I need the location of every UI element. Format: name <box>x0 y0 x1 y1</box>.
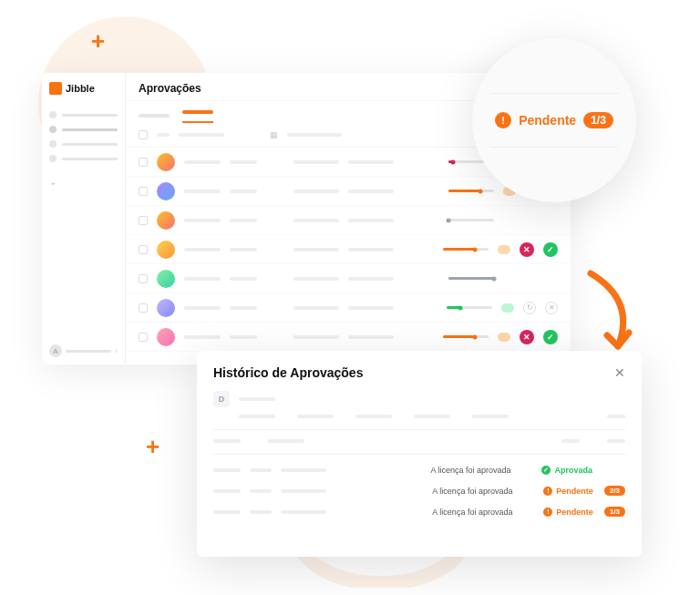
history-message: A licença foi aprovada <box>430 466 530 475</box>
cell <box>230 306 257 310</box>
cell <box>293 335 339 339</box>
reject-button[interactable]: ✕ <box>520 330 534 344</box>
user-avatar <box>157 270 175 288</box>
status-label: Pendente <box>519 113 576 128</box>
reject-button[interactable]: ✕ <box>520 242 534 257</box>
plus-icon: + <box>146 433 160 461</box>
status-badge <box>501 303 514 313</box>
cell <box>348 335 394 339</box>
row-checkbox[interactable] <box>139 245 148 254</box>
brand-logo[interactable]: Jibble <box>49 82 118 95</box>
cell <box>230 160 257 164</box>
status-badge: ! Pendente <box>543 508 593 517</box>
user-avatar <box>157 299 175 317</box>
row-checkbox[interactable] <box>139 333 148 342</box>
cell <box>348 248 394 251</box>
approve-button[interactable]: ✓ <box>543 242 558 257</box>
status-count-badge: 1/3 <box>604 507 625 517</box>
cell <box>184 160 221 164</box>
cell <box>293 160 339 164</box>
row-checkbox[interactable] <box>139 216 148 225</box>
table-row[interactable]: ✕✓ <box>126 323 571 352</box>
history-row: A licença foi aprovada ! Pendente 2/3 <box>213 480 625 501</box>
brand-name: Jibble <box>66 83 95 94</box>
row-checkbox[interactable] <box>139 274 148 283</box>
cell <box>230 219 257 222</box>
status-badge <box>498 333 510 342</box>
alert-icon: ! <box>495 112 511 128</box>
status-badge <box>498 245 510 254</box>
sidebar-item[interactable] <box>49 137 118 151</box>
status-count-badge: 2/3 <box>604 486 625 496</box>
cell <box>184 248 221 251</box>
progress-slider <box>443 248 489 251</box>
user-avatar: A <box>49 344 62 357</box>
user-avatar <box>157 182 175 200</box>
cell <box>293 190 339 193</box>
cell <box>348 277 394 281</box>
column-header <box>179 133 224 137</box>
row-checkbox[interactable] <box>139 303 148 313</box>
sidebar-item[interactable] <box>49 108 118 122</box>
cell <box>348 160 394 164</box>
cell <box>293 306 339 310</box>
user-avatar: D <box>213 391 230 407</box>
status-label: Pendente <box>556 508 593 517</box>
user-avatar <box>157 241 175 259</box>
zoom-callout: ! Pendente 1/3 <box>472 38 636 202</box>
progress-slider <box>448 277 494 280</box>
plus-icon: + <box>91 27 105 56</box>
column-header <box>157 133 170 137</box>
history-list: A licença foi aprovada ✓ Aprovada A lice… <box>213 460 625 522</box>
cell <box>184 190 221 193</box>
approve-button[interactable]: ✓ <box>543 330 558 344</box>
cell <box>230 335 257 339</box>
column-header <box>287 133 342 137</box>
status-badge: ✓ Aprovada <box>541 466 592 475</box>
modal-columns <box>213 415 625 418</box>
user-avatar <box>157 328 175 346</box>
table-row[interactable] <box>126 206 571 235</box>
history-icon[interactable]: ↻ <box>523 302 536 314</box>
select-all-checkbox[interactable] <box>139 130 148 139</box>
sidebar-item[interactable] <box>49 151 118 166</box>
status-badge: ! Pendente <box>543 487 593 496</box>
progress-slider <box>447 306 492 309</box>
table-row[interactable] <box>126 264 571 293</box>
modal-title: Histórico de Aprovações <box>213 365 363 380</box>
chevron-down-icon[interactable]: ⌄ <box>49 177 118 187</box>
row-checkbox[interactable] <box>139 158 148 167</box>
close-icon[interactable]: ✕ <box>545 302 558 314</box>
calendar-icon[interactable]: ▦ <box>270 130 278 139</box>
history-row: A licença foi aprovada ✓ Aprovada <box>213 460 625 480</box>
history-message: A licença foi aprovada <box>432 508 532 517</box>
cell <box>184 219 221 222</box>
close-icon[interactable]: ✕ <box>614 365 625 380</box>
sidebar: Jibble ⌄ A › <box>42 73 126 364</box>
cell <box>348 190 394 193</box>
user-avatar <box>157 211 175 230</box>
progress-slider <box>443 335 489 338</box>
cell <box>293 248 339 251</box>
row-checkbox[interactable] <box>139 187 148 196</box>
arrow-icon <box>572 264 654 364</box>
chevron-right-icon: › <box>115 346 118 355</box>
cell <box>293 219 339 222</box>
sidebar-item[interactable] <box>49 122 118 137</box>
sidebar-footer[interactable]: A › <box>49 344 118 357</box>
cell <box>230 248 257 251</box>
tab[interactable] <box>139 108 170 123</box>
status-count-badge: 1/3 <box>583 112 613 128</box>
progress-slider <box>448 219 494 221</box>
modal-subheader: D <box>213 391 625 407</box>
history-message: A licença foi aprovada <box>432 487 532 496</box>
logo-mark-icon <box>49 82 62 95</box>
status-label: Pendente <box>556 487 593 496</box>
table-row[interactable]: ✕✓ <box>126 235 571 264</box>
table-row[interactable]: ↻✕ <box>126 293 571 323</box>
status-label: Aprovada <box>554 466 592 475</box>
history-row: A licença foi aprovada ! Pendente 1/3 <box>213 501 625 522</box>
cell <box>230 190 257 193</box>
tab-active[interactable] <box>182 108 213 123</box>
cell <box>230 277 257 281</box>
